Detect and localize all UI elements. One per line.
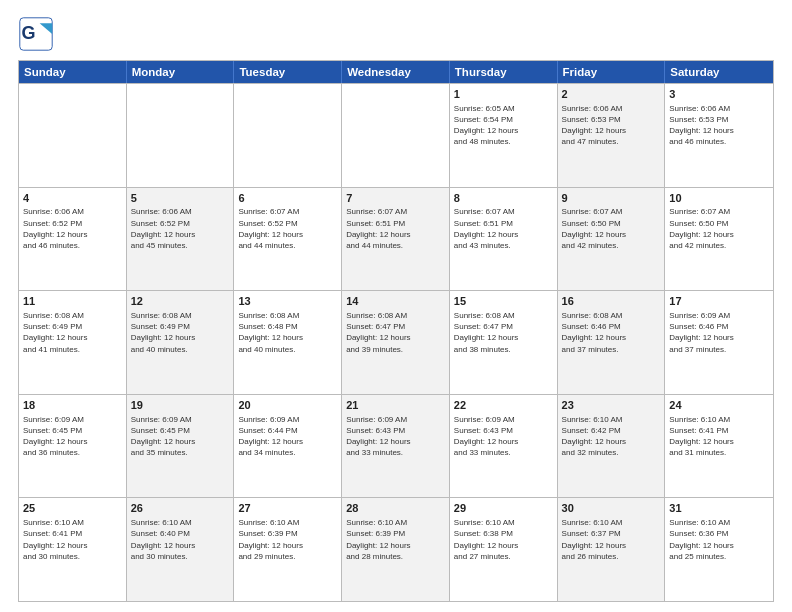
day-number: 29	[454, 501, 553, 516]
day-info: Sunrise: 6:09 AM Sunset: 6:43 PM Dayligh…	[346, 414, 445, 459]
day-number: 1	[454, 87, 553, 102]
day-number: 31	[669, 501, 769, 516]
page: G SundayMondayTuesdayWednesdayThursdayFr…	[0, 0, 792, 612]
day-cell-16: 16Sunrise: 6:08 AM Sunset: 6:46 PM Dayli…	[558, 291, 666, 394]
weekday-header-tuesday: Tuesday	[234, 61, 342, 83]
weekday-header-wednesday: Wednesday	[342, 61, 450, 83]
day-number: 15	[454, 294, 553, 309]
day-number: 7	[346, 191, 445, 206]
empty-cell	[19, 84, 127, 187]
week-row-1: 1Sunrise: 6:05 AM Sunset: 6:54 PM Daylig…	[19, 83, 773, 187]
week-row-2: 4Sunrise: 6:06 AM Sunset: 6:52 PM Daylig…	[19, 187, 773, 291]
day-info: Sunrise: 6:10 AM Sunset: 6:42 PM Dayligh…	[562, 414, 661, 459]
day-number: 19	[131, 398, 230, 413]
day-cell-21: 21Sunrise: 6:09 AM Sunset: 6:43 PM Dayli…	[342, 395, 450, 498]
calendar: SundayMondayTuesdayWednesdayThursdayFrid…	[18, 60, 774, 602]
day-number: 13	[238, 294, 337, 309]
day-number: 18	[23, 398, 122, 413]
day-cell-17: 17Sunrise: 6:09 AM Sunset: 6:46 PM Dayli…	[665, 291, 773, 394]
day-cell-31: 31Sunrise: 6:10 AM Sunset: 6:36 PM Dayli…	[665, 498, 773, 601]
day-cell-26: 26Sunrise: 6:10 AM Sunset: 6:40 PM Dayli…	[127, 498, 235, 601]
day-info: Sunrise: 6:08 AM Sunset: 6:49 PM Dayligh…	[23, 310, 122, 355]
day-cell-12: 12Sunrise: 6:08 AM Sunset: 6:49 PM Dayli…	[127, 291, 235, 394]
empty-cell	[234, 84, 342, 187]
day-info: Sunrise: 6:10 AM Sunset: 6:41 PM Dayligh…	[23, 517, 122, 562]
weekday-header-friday: Friday	[558, 61, 666, 83]
weekday-header-saturday: Saturday	[665, 61, 773, 83]
day-info: Sunrise: 6:07 AM Sunset: 6:52 PM Dayligh…	[238, 206, 337, 251]
day-info: Sunrise: 6:06 AM Sunset: 6:53 PM Dayligh…	[562, 103, 661, 148]
day-number: 2	[562, 87, 661, 102]
day-info: Sunrise: 6:05 AM Sunset: 6:54 PM Dayligh…	[454, 103, 553, 148]
week-row-3: 11Sunrise: 6:08 AM Sunset: 6:49 PM Dayli…	[19, 290, 773, 394]
day-cell-23: 23Sunrise: 6:10 AM Sunset: 6:42 PM Dayli…	[558, 395, 666, 498]
day-cell-5: 5Sunrise: 6:06 AM Sunset: 6:52 PM Daylig…	[127, 188, 235, 291]
day-info: Sunrise: 6:07 AM Sunset: 6:50 PM Dayligh…	[562, 206, 661, 251]
empty-cell	[127, 84, 235, 187]
day-number: 4	[23, 191, 122, 206]
day-number: 22	[454, 398, 553, 413]
day-cell-15: 15Sunrise: 6:08 AM Sunset: 6:47 PM Dayli…	[450, 291, 558, 394]
day-number: 25	[23, 501, 122, 516]
day-number: 5	[131, 191, 230, 206]
day-number: 6	[238, 191, 337, 206]
day-info: Sunrise: 6:09 AM Sunset: 6:44 PM Dayligh…	[238, 414, 337, 459]
day-info: Sunrise: 6:09 AM Sunset: 6:45 PM Dayligh…	[23, 414, 122, 459]
day-info: Sunrise: 6:10 AM Sunset: 6:38 PM Dayligh…	[454, 517, 553, 562]
day-info: Sunrise: 6:07 AM Sunset: 6:51 PM Dayligh…	[346, 206, 445, 251]
weekday-header-thursday: Thursday	[450, 61, 558, 83]
week-row-5: 25Sunrise: 6:10 AM Sunset: 6:41 PM Dayli…	[19, 497, 773, 601]
day-info: Sunrise: 6:06 AM Sunset: 6:53 PM Dayligh…	[669, 103, 769, 148]
day-info: Sunrise: 6:07 AM Sunset: 6:50 PM Dayligh…	[669, 206, 769, 251]
day-info: Sunrise: 6:09 AM Sunset: 6:46 PM Dayligh…	[669, 310, 769, 355]
day-cell-7: 7Sunrise: 6:07 AM Sunset: 6:51 PM Daylig…	[342, 188, 450, 291]
day-number: 27	[238, 501, 337, 516]
day-info: Sunrise: 6:10 AM Sunset: 6:36 PM Dayligh…	[669, 517, 769, 562]
day-cell-29: 29Sunrise: 6:10 AM Sunset: 6:38 PM Dayli…	[450, 498, 558, 601]
day-cell-6: 6Sunrise: 6:07 AM Sunset: 6:52 PM Daylig…	[234, 188, 342, 291]
weekday-header-sunday: Sunday	[19, 61, 127, 83]
day-info: Sunrise: 6:10 AM Sunset: 6:40 PM Dayligh…	[131, 517, 230, 562]
calendar-header: SundayMondayTuesdayWednesdayThursdayFrid…	[19, 61, 773, 83]
day-number: 21	[346, 398, 445, 413]
day-number: 17	[669, 294, 769, 309]
day-info: Sunrise: 6:09 AM Sunset: 6:43 PM Dayligh…	[454, 414, 553, 459]
day-info: Sunrise: 6:09 AM Sunset: 6:45 PM Dayligh…	[131, 414, 230, 459]
day-cell-1: 1Sunrise: 6:05 AM Sunset: 6:54 PM Daylig…	[450, 84, 558, 187]
empty-cell	[342, 84, 450, 187]
day-cell-9: 9Sunrise: 6:07 AM Sunset: 6:50 PM Daylig…	[558, 188, 666, 291]
day-info: Sunrise: 6:08 AM Sunset: 6:47 PM Dayligh…	[346, 310, 445, 355]
day-cell-22: 22Sunrise: 6:09 AM Sunset: 6:43 PM Dayli…	[450, 395, 558, 498]
day-number: 14	[346, 294, 445, 309]
day-cell-24: 24Sunrise: 6:10 AM Sunset: 6:41 PM Dayli…	[665, 395, 773, 498]
header: G	[18, 16, 774, 52]
week-row-4: 18Sunrise: 6:09 AM Sunset: 6:45 PM Dayli…	[19, 394, 773, 498]
day-number: 23	[562, 398, 661, 413]
day-info: Sunrise: 6:10 AM Sunset: 6:37 PM Dayligh…	[562, 517, 661, 562]
day-cell-14: 14Sunrise: 6:08 AM Sunset: 6:47 PM Dayli…	[342, 291, 450, 394]
logo-icon: G	[18, 16, 54, 52]
day-info: Sunrise: 6:07 AM Sunset: 6:51 PM Dayligh…	[454, 206, 553, 251]
day-cell-27: 27Sunrise: 6:10 AM Sunset: 6:39 PM Dayli…	[234, 498, 342, 601]
logo: G	[18, 16, 58, 52]
day-cell-30: 30Sunrise: 6:10 AM Sunset: 6:37 PM Dayli…	[558, 498, 666, 601]
day-number: 9	[562, 191, 661, 206]
day-cell-13: 13Sunrise: 6:08 AM Sunset: 6:48 PM Dayli…	[234, 291, 342, 394]
svg-text:G: G	[22, 23, 36, 43]
weekday-header-monday: Monday	[127, 61, 235, 83]
day-number: 30	[562, 501, 661, 516]
day-number: 26	[131, 501, 230, 516]
day-cell-8: 8Sunrise: 6:07 AM Sunset: 6:51 PM Daylig…	[450, 188, 558, 291]
day-cell-28: 28Sunrise: 6:10 AM Sunset: 6:39 PM Dayli…	[342, 498, 450, 601]
day-cell-25: 25Sunrise: 6:10 AM Sunset: 6:41 PM Dayli…	[19, 498, 127, 601]
day-info: Sunrise: 6:06 AM Sunset: 6:52 PM Dayligh…	[131, 206, 230, 251]
day-cell-10: 10Sunrise: 6:07 AM Sunset: 6:50 PM Dayli…	[665, 188, 773, 291]
day-cell-18: 18Sunrise: 6:09 AM Sunset: 6:45 PM Dayli…	[19, 395, 127, 498]
day-number: 11	[23, 294, 122, 309]
day-cell-4: 4Sunrise: 6:06 AM Sunset: 6:52 PM Daylig…	[19, 188, 127, 291]
day-info: Sunrise: 6:10 AM Sunset: 6:39 PM Dayligh…	[238, 517, 337, 562]
day-info: Sunrise: 6:10 AM Sunset: 6:39 PM Dayligh…	[346, 517, 445, 562]
day-number: 12	[131, 294, 230, 309]
day-number: 10	[669, 191, 769, 206]
day-number: 28	[346, 501, 445, 516]
